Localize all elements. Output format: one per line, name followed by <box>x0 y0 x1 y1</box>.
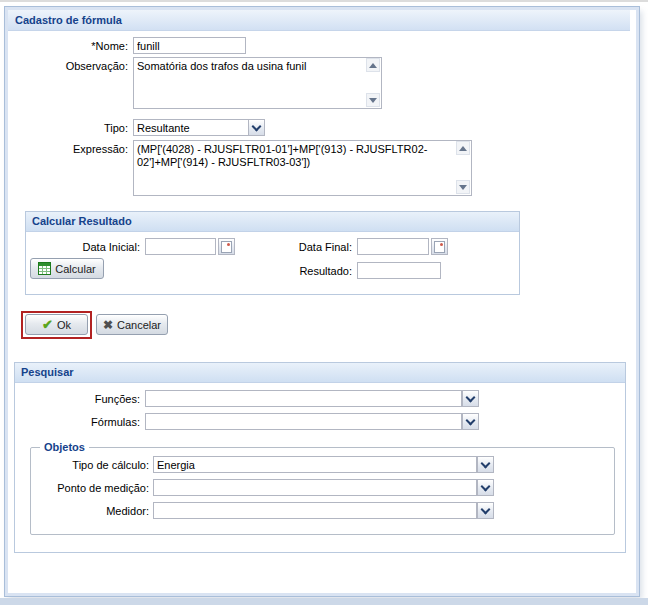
expressao-label: Expressão: <box>28 143 128 156</box>
formulas-combo-trigger[interactable] <box>462 413 479 430</box>
tipo-de-calculo-label: Tipo de cálculo: <box>39 459 149 472</box>
ok-button[interactable]: ✔ Ok <box>25 314 88 335</box>
screen-edge-line <box>0 0 648 2</box>
medidor-label: Medidor: <box>39 505 149 518</box>
window-titlebar: Cadastro de fórmula <box>8 10 630 31</box>
chevron-down-icon <box>481 481 491 491</box>
expressao-scrollbar-up[interactable] <box>456 141 470 155</box>
formulas-combo-input[interactable] <box>145 413 462 430</box>
formulas-label: Fórmulas: <box>40 416 140 429</box>
funcoes-combo-trigger[interactable] <box>462 390 479 407</box>
calcular-button-label: Calcular <box>55 263 95 275</box>
tipo-de-calculo-combo-trigger[interactable] <box>477 456 494 473</box>
tipo-label: Tipo: <box>28 122 128 135</box>
tipo-combo-input[interactable] <box>133 119 249 136</box>
ponto-de-medicao-label: Ponto de medição: <box>39 482 149 495</box>
tipo-combo-trigger[interactable] <box>248 119 265 136</box>
scroll-up-icon <box>459 146 467 151</box>
nome-label: *Nome: <box>28 40 128 53</box>
scroll-down-icon <box>369 98 377 103</box>
page-background-strip <box>0 598 648 605</box>
chevron-down-icon <box>252 121 262 131</box>
nome-input[interactable] <box>133 37 246 54</box>
data-final-label: Data Final: <box>252 241 352 254</box>
check-icon: ✔ <box>42 318 53 331</box>
chevron-down-icon <box>466 415 476 425</box>
data-final-calendar-trigger[interactable] <box>431 238 448 255</box>
funcoes-combo-input[interactable] <box>145 390 462 407</box>
chevron-down-icon <box>481 458 491 468</box>
calcular-button[interactable]: Calcular <box>30 258 104 279</box>
observacao-label: Observação: <box>28 60 128 73</box>
ponto-de-medicao-combo-input[interactable] <box>153 479 477 496</box>
calendar-icon <box>434 241 445 253</box>
scroll-down-icon <box>459 185 467 190</box>
scroll-up-icon <box>369 63 377 68</box>
data-inicial-calendar-trigger[interactable] <box>218 238 235 255</box>
ok-button-label: Ok <box>57 319 71 331</box>
calculator-icon <box>38 262 51 275</box>
expressao-scrollbar-down[interactable] <box>456 180 470 194</box>
cancelar-button[interactable]: ✖ Cancelar <box>96 314 168 335</box>
resultado-input[interactable] <box>357 262 441 279</box>
tipo-de-calculo-combo-input[interactable] <box>153 456 477 473</box>
cancelar-button-label: Cancelar <box>117 319 161 331</box>
observacao-textarea[interactable]: Somatória dos trafos da usina funil <box>133 57 382 109</box>
pesquisar-header: Pesquisar <box>15 363 625 383</box>
calendar-icon <box>221 241 232 253</box>
objetos-legend: Objetos <box>40 441 89 453</box>
resultado-label: Resultado: <box>252 265 352 278</box>
medidor-combo-trigger[interactable] <box>477 502 494 519</box>
medidor-combo-input[interactable] <box>153 502 477 519</box>
data-final-input[interactable] <box>357 238 429 255</box>
data-inicial-label: Data Inicial: <box>40 241 140 254</box>
chevron-down-icon <box>481 504 491 514</box>
data-inicial-input[interactable] <box>145 238 216 255</box>
observacao-scrollbar-down[interactable] <box>366 93 380 107</box>
x-icon: ✖ <box>103 319 113 331</box>
ponto-de-medicao-combo-trigger[interactable] <box>477 479 494 496</box>
chevron-down-icon <box>466 392 476 402</box>
page-title: Cadastro de fórmula <box>8 10 630 26</box>
expressao-textarea[interactable]: (MP['(4028) - RJUSFLTR01-01']+MP['(913) … <box>133 140 472 196</box>
funcoes-label: Funções: <box>40 393 140 406</box>
observacao-scrollbar-up[interactable] <box>366 58 380 72</box>
calcular-resultado-header: Calcular Resultado <box>26 212 519 232</box>
